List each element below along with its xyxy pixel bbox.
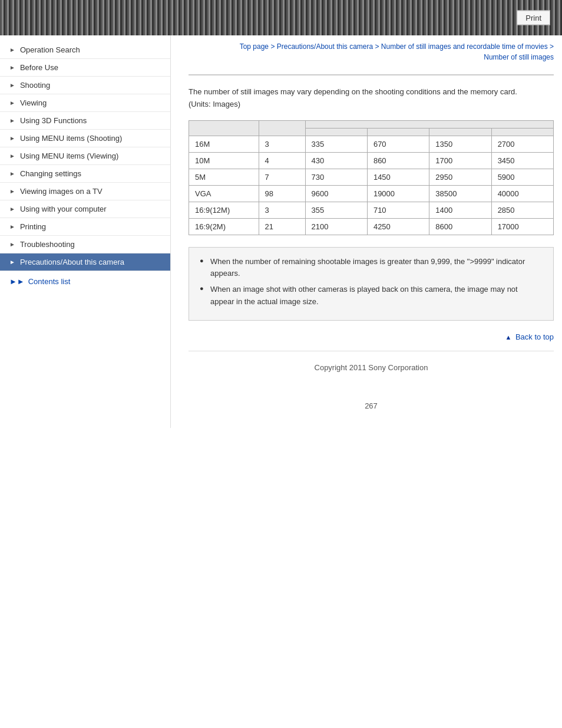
arrow-icon: ►	[9, 259, 15, 265]
arrow-icon: ►	[9, 206, 15, 212]
sidebar-item-printing[interactable]: ► Printing	[0, 218, 170, 236]
main-layout: ► Operation Search ► Before Use ► Shooti…	[0, 35, 562, 428]
contents-list-label: Contents list	[28, 277, 71, 286]
contents-arrow-icon: ►►	[9, 277, 25, 286]
back-to-top-label: Back to top	[515, 332, 554, 341]
sidebar-item-using-with-computer[interactable]: ► Using with your computer	[0, 200, 170, 218]
table-header-row1	[189, 120, 554, 128]
arrow-icon: ►	[9, 47, 15, 53]
table-cell-col5: 1700	[429, 152, 491, 169]
table-row: 16M333567013502700	[189, 136, 554, 152]
arrow-icon: ►	[9, 170, 15, 177]
sidebar-item-label: Viewing	[20, 98, 47, 107]
table-cell-col4: 4250	[367, 218, 429, 235]
header-bar: Print	[0, 0, 562, 35]
table-cell-col6: 40000	[491, 185, 553, 202]
table-cell-col4: 710	[367, 202, 429, 218]
breadcrumb-number-still: Number of still images	[484, 53, 554, 61]
table-row: 10M443086017003450	[189, 152, 554, 169]
sidebar-item-label: Using MENU items (Viewing)	[20, 151, 118, 160]
table-row: 16:9(12M)335571014002850	[189, 202, 554, 218]
sidebar-item-using-3d-functions[interactable]: ► Using 3D Functions	[0, 112, 170, 130]
page-number-value: 267	[365, 401, 378, 410]
table-subheader-col5	[429, 128, 491, 136]
note-item-1: When the number of remaining shootable i…	[200, 256, 543, 281]
breadcrumb-number-recordable[interactable]: Number of still images and recordable ti…	[381, 42, 548, 51]
table-cell-col5: 2950	[429, 169, 491, 185]
arrow-icon: ►	[9, 223, 15, 230]
breadcrumb-separator3: >	[550, 42, 554, 51]
sidebar-item-label: Printing	[20, 222, 46, 231]
arrow-icon: ►	[9, 153, 15, 159]
sidebar-item-label: Troubleshooting	[20, 240, 75, 249]
arrow-icon: ►	[9, 82, 15, 88]
breadcrumb-separator: >	[270, 42, 276, 51]
sidebar-item-troubleshooting[interactable]: ► Troubleshooting	[0, 236, 170, 253]
table-row: 16:9(2M)2121004250860017000	[189, 218, 554, 235]
table-header-col3	[305, 120, 553, 128]
table-cell-col1: VGA	[189, 185, 259, 202]
table-cell-col1: 16:9(2M)	[189, 218, 259, 235]
arrow-icon: ►	[9, 241, 15, 248]
sidebar-item-using-menu-viewing[interactable]: ► Using MENU items (Viewing)	[0, 147, 170, 165]
breadcrumb-top-page[interactable]: Top page	[240, 42, 269, 51]
table-row: VGA989600190003850040000	[189, 185, 554, 202]
sidebar-item-before-use[interactable]: ► Before Use	[0, 59, 170, 77]
description-line2: (Units: Images)	[189, 100, 240, 108]
sidebar-item-label: Using MENU items (Shooting)	[20, 134, 122, 143]
footer-copyright: Copyright 2011 Sony Corporation	[315, 363, 428, 372]
print-button[interactable]: Print	[517, 11, 550, 25]
still-images-table: 16M33356701350270010M4430860170034505M77…	[189, 120, 554, 235]
table-cell-col6: 3450	[491, 152, 553, 169]
table-cell-col4: 1450	[367, 169, 429, 185]
table-cell-col4: 19000	[367, 185, 429, 202]
page-number: 267	[189, 401, 554, 410]
sidebar-item-label: Before Use	[20, 63, 58, 72]
sidebar-item-label: Shooting	[20, 81, 50, 90]
arrow-icon: ►	[9, 100, 15, 106]
sidebar-item-viewing[interactable]: ► Viewing	[0, 94, 170, 112]
table-cell-col6: 17000	[491, 218, 553, 235]
arrow-icon: ►	[9, 135, 15, 141]
table-cell-col1: 10M	[189, 152, 259, 169]
sidebar-item-operation-search[interactable]: ► Operation Search	[0, 41, 170, 59]
table-cell-col5: 1400	[429, 202, 491, 218]
table-cell-col3: 335	[305, 136, 367, 152]
footer: Copyright 2011 Sony Corporation	[189, 351, 554, 384]
table-cell-col4: 670	[367, 136, 429, 152]
table-row: 5M7730145029505900	[189, 169, 554, 185]
sidebar-item-using-menu-shooting[interactable]: ► Using MENU items (Shooting)	[0, 130, 170, 147]
notes-list: When the number of remaining shootable i…	[200, 256, 543, 308]
table-cell-col2: 21	[259, 218, 305, 235]
content-area: Top page > Precautions/About this camera…	[171, 35, 562, 428]
title-separator	[189, 74, 554, 75]
back-to-top-link[interactable]: ▲ Back to top	[505, 332, 554, 341]
back-to-top-triangle-icon: ▲	[505, 334, 511, 341]
table-cell-col1: 16M	[189, 136, 259, 152]
sidebar-item-changing-settings[interactable]: ► Changing settings	[0, 165, 170, 183]
arrow-icon: ►	[9, 64, 15, 71]
description-line1: The number of still images may vary depe…	[189, 87, 517, 96]
contents-list-link[interactable]: ►► Contents list	[0, 271, 170, 292]
table-cell-col2: 98	[259, 185, 305, 202]
sidebar-item-precautions[interactable]: ► Precautions/About this camera	[0, 253, 170, 271]
table-cell-col3: 355	[305, 202, 367, 218]
breadcrumb: Top page > Precautions/About this camera…	[189, 41, 554, 62]
table-cell-col3: 2100	[305, 218, 367, 235]
table-cell-col6: 5900	[491, 169, 553, 185]
table-cell-col5: 38500	[429, 185, 491, 202]
sidebar-item-label: Using with your computer	[20, 205, 107, 213]
arrow-icon: ►	[9, 188, 15, 195]
sidebar-item-shooting[interactable]: ► Shooting	[0, 77, 170, 94]
table-header-col2	[259, 120, 305, 136]
table-subheader-col4	[367, 128, 429, 136]
breadcrumb-precautions[interactable]: Precautions/About this camera	[277, 42, 373, 51]
sidebar-item-label: Precautions/About this camera	[20, 258, 124, 266]
table-cell-col2: 4	[259, 152, 305, 169]
sidebar-item-viewing-images-tv[interactable]: ► Viewing images on a TV	[0, 183, 170, 200]
description: The number of still images may vary depe…	[189, 86, 554, 111]
table-cell-col6: 2850	[491, 202, 553, 218]
notes-box: When the number of remaining shootable i…	[189, 247, 554, 321]
sidebar-item-label: Using 3D Functions	[20, 116, 87, 125]
breadcrumb-separator2: >	[375, 42, 381, 51]
